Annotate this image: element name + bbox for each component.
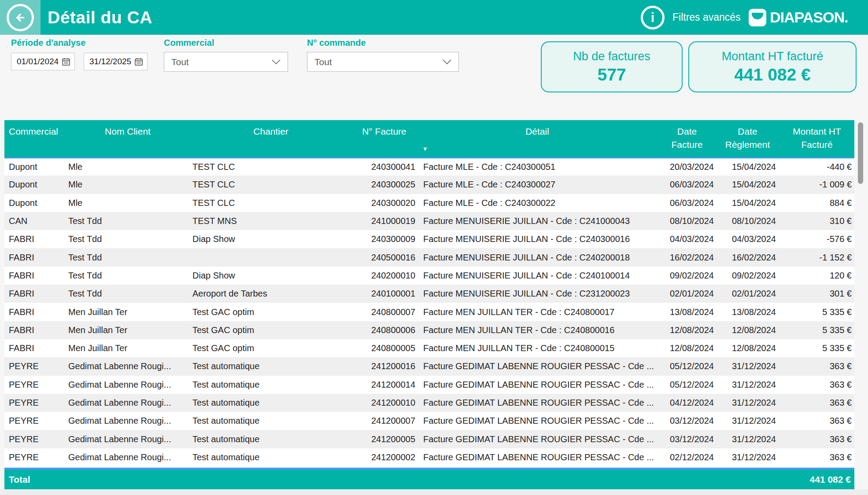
cell-nom-client[interactable]: Gedimat Labenne Rougi... <box>66 448 189 466</box>
cell-date-reglement[interactable]: 31/12/2024 <box>716 430 779 448</box>
cell-date-facture[interactable]: 05/12/2024 <box>658 357 716 375</box>
cell-detail[interactable]: Facture MLE - Cde : C240300022 <box>416 194 658 212</box>
cell-date-reglement[interactable]: 02/01/2024 <box>716 285 779 303</box>
cell-nom-client[interactable]: Test Tdd <box>66 230 189 248</box>
cell-detail[interactable]: Facture GEDIMAT LABENNE ROUGIER PESSAC -… <box>416 430 658 448</box>
cell-date-reglement[interactable]: 13/08/2024 <box>716 303 779 321</box>
cell-n-facture[interactable]: 240800005 <box>352 339 416 357</box>
cell-nom-client[interactable]: Gedimat Labenne Rougi... <box>66 376 189 394</box>
cell-chantier[interactable]: Test automatique <box>189 430 352 448</box>
cell-date-facture[interactable]: 20/03/2024 <box>658 158 716 176</box>
cell-detail[interactable]: Facture MLE - Cde : C240300051 <box>416 158 658 176</box>
cell-n-facture[interactable]: 241200007 <box>352 412 416 430</box>
cell-date-facture[interactable]: 13/08/2024 <box>658 303 716 321</box>
cell-n-facture[interactable]: 241000019 <box>352 212 416 230</box>
cell-chantier[interactable]: Diap Show <box>189 267 352 285</box>
cell-nom-client[interactable]: Mle <box>66 194 189 212</box>
calendar-icon[interactable] <box>134 57 143 66</box>
table-row[interactable]: PEYRE Gedimat Labenne Rougi... Test auto… <box>4 357 854 375</box>
cell-date-reglement[interactable]: 09/02/2024 <box>716 267 779 285</box>
cell-chantier[interactable]: Diap Show <box>189 230 352 248</box>
column-header-chantier[interactable]: Chantier <box>189 120 352 158</box>
cell-montant-ht[interactable]: 5 335 € <box>779 303 854 321</box>
cell-nom-client[interactable]: Test Tdd <box>66 212 189 230</box>
info-icon[interactable]: i <box>641 6 665 29</box>
cell-date-facture[interactable]: 02/01/2024 <box>658 285 716 303</box>
cell-nom-client[interactable]: Test Tdd <box>66 267 189 285</box>
cell-date-reglement[interactable]: 04/03/2024 <box>716 230 779 248</box>
cell-montant-ht[interactable]: 363 € <box>779 430 854 448</box>
cell-chantier[interactable]: Test automatique <box>189 394 352 412</box>
cell-commercial[interactable]: FABRI <box>4 321 66 339</box>
cell-commercial[interactable]: FABRI <box>4 248 66 266</box>
cell-detail[interactable]: Facture GEDIMAT LABENNE ROUGIER PESSAC -… <box>416 357 658 375</box>
cell-date-reglement[interactable]: 15/04/2024 <box>716 194 779 212</box>
table-row[interactable]: PEYRE Gedimat Labenne Rougi... Test auto… <box>4 394 854 412</box>
cell-date-facture[interactable]: 06/03/2024 <box>658 176 716 194</box>
cell-nom-client[interactable]: Gedimat Labenne Rougi... <box>66 412 189 430</box>
cell-montant-ht[interactable]: -1 009 € <box>779 176 854 194</box>
cell-date-reglement[interactable]: 12/08/2024 <box>716 321 779 339</box>
cell-chantier[interactable]: TEST CLC <box>189 194 352 212</box>
cell-detail[interactable]: Facture MLE - Cde : C240300027 <box>416 176 658 194</box>
table-row[interactable]: PEYRE Gedimat Labenne Rougi... Test auto… <box>4 430 854 448</box>
table-row[interactable]: FABRI Men Juillan Ter Test GAC optim 240… <box>4 303 854 321</box>
cell-date-reglement[interactable]: 15/04/2024 <box>716 158 779 176</box>
table-row[interactable]: Dupont Mle TEST CLC 240300041 Facture ML… <box>4 158 854 176</box>
table-row[interactable]: FABRI Men Juillan Ter Test GAC optim 240… <box>4 321 854 339</box>
table-row[interactable]: FABRI Men Juillan Ter Test GAC optim 240… <box>4 339 854 357</box>
cell-n-facture[interactable]: 241200014 <box>352 376 416 394</box>
cell-n-facture[interactable]: 240300041 <box>352 158 416 176</box>
cell-date-facture[interactable]: 03/12/2024 <box>658 412 716 430</box>
cell-montant-ht[interactable]: 363 € <box>779 394 854 412</box>
cell-n-facture[interactable]: 241200005 <box>352 430 416 448</box>
cell-nom-client[interactable]: Mle <box>66 176 189 194</box>
cell-nom-client[interactable]: Test Tdd <box>66 285 189 303</box>
table-row[interactable]: FABRI Test Tdd Diap Show 240300009 Factu… <box>4 230 854 248</box>
cell-detail[interactable]: Facture MEN JUILLAN TER - Cde : C2408000… <box>416 321 658 339</box>
cell-nom-client[interactable]: Gedimat Labenne Rougi... <box>66 430 189 448</box>
table-row[interactable]: CAN Test Tdd TEST MNS 241000019 Facture … <box>4 212 854 230</box>
cell-montant-ht[interactable]: 363 € <box>779 376 854 394</box>
cell-nom-client[interactable]: Test Tdd <box>66 248 189 266</box>
cell-date-facture[interactable]: 09/02/2024 <box>658 267 716 285</box>
horizontal-scrollbar-track[interactable] <box>0 489 868 495</box>
cell-commercial[interactable]: FABRI <box>4 303 66 321</box>
cell-detail[interactable]: Facture GEDIMAT LABENNE ROUGIER PESSAC -… <box>416 448 658 466</box>
cell-montant-ht[interactable]: 120 € <box>779 267 854 285</box>
cell-nom-client[interactable]: Men Juillan Ter <box>66 339 189 357</box>
cell-detail[interactable]: Facture MENUISERIE JUILLAN - Cde : C2401… <box>416 267 658 285</box>
cell-montant-ht[interactable]: 363 € <box>779 412 854 430</box>
cell-chantier[interactable]: Test automatique <box>189 412 352 430</box>
column-header-n-facture[interactable]: N° Facture <box>352 120 416 158</box>
table-row[interactable]: Dupont Mle TEST CLC 240300020 Facture ML… <box>4 194 854 212</box>
cell-montant-ht[interactable]: 5 335 € <box>779 321 854 339</box>
cell-commercial[interactable]: FABRI <box>4 267 66 285</box>
cell-date-facture[interactable]: 16/02/2024 <box>658 248 716 266</box>
table-row[interactable]: PEYRE Gedimat Labenne Rougi... Test auto… <box>4 448 854 466</box>
cell-chantier[interactable]: TEST CLC <box>189 158 352 176</box>
cell-montant-ht[interactable]: 884 € <box>779 194 854 212</box>
cell-commercial[interactable]: FABRI <box>4 230 66 248</box>
cell-n-facture[interactable]: 241200002 <box>352 448 416 466</box>
cell-date-reglement[interactable]: 31/12/2024 <box>716 376 779 394</box>
cell-commercial[interactable]: PEYRE <box>4 430 66 448</box>
cell-chantier[interactable]: Test automatique <box>189 448 352 466</box>
cell-montant-ht[interactable]: 363 € <box>779 448 854 466</box>
cell-montant-ht[interactable]: 363 € <box>779 357 854 375</box>
cell-date-reglement[interactable]: 15/04/2024 <box>716 176 779 194</box>
cell-date-reglement[interactable]: 16/02/2024 <box>716 248 779 266</box>
cell-commercial[interactable]: FABRI <box>4 285 66 303</box>
cell-n-facture[interactable]: 240500016 <box>352 248 416 266</box>
cell-n-facture[interactable]: 240100001 <box>352 285 416 303</box>
cell-n-facture[interactable]: 240800006 <box>352 321 416 339</box>
cell-commercial[interactable]: Dupont <box>4 194 66 212</box>
cell-n-facture[interactable]: 240300009 <box>352 230 416 248</box>
cell-montant-ht[interactable]: 310 € <box>779 212 854 230</box>
cell-detail[interactable]: Facture MENUISERIE JUILLAN - Cde : C2410… <box>416 212 658 230</box>
cell-chantier[interactable]: Test GAC optim <box>189 303 352 321</box>
cell-date-reglement[interactable]: 31/12/2024 <box>716 394 779 412</box>
cell-date-reglement[interactable]: 12/08/2024 <box>716 339 779 357</box>
cell-nom-client[interactable]: Mle <box>66 158 189 176</box>
cell-chantier[interactable]: Test automatique <box>189 376 352 394</box>
